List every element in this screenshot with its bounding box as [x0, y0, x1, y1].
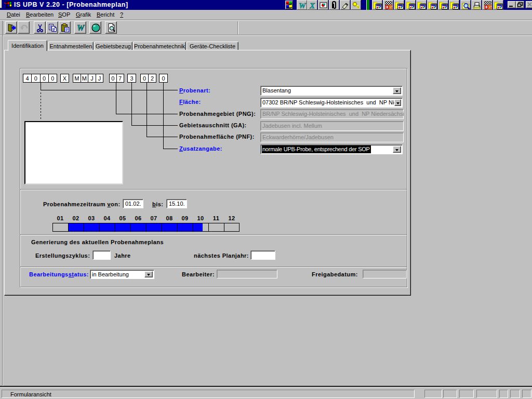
svg-text:W: W	[299, 2, 307, 10]
svg-text:S: S	[488, 4, 492, 10]
svg-text:X: X	[309, 2, 315, 10]
svg-text:S: S	[389, 4, 393, 10]
svg-text:W: W	[77, 23, 85, 32]
